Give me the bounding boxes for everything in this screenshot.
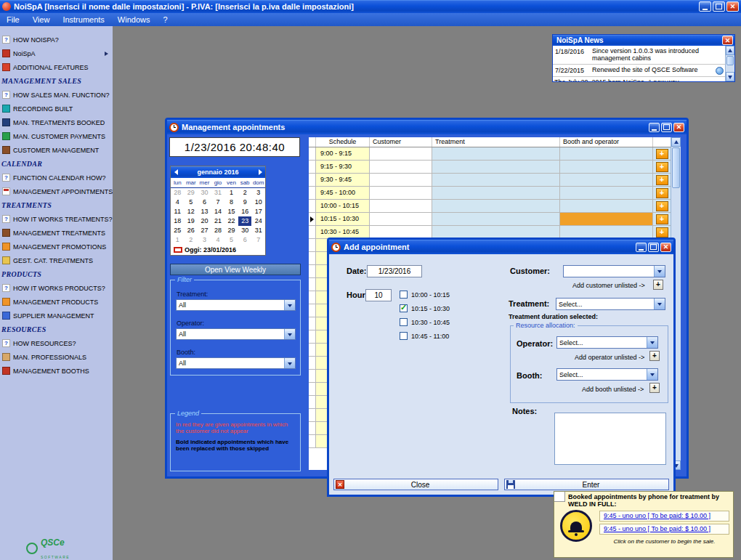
calendar-day[interactable]: 6 xyxy=(198,198,211,207)
calendar-day[interactable]: 7 xyxy=(251,235,265,245)
add-appointment-button[interactable]: + xyxy=(656,188,668,198)
checkbox-icon[interactable] xyxy=(400,291,408,299)
time-slot-option[interactable]: 10:00 - 10:15 xyxy=(400,291,450,299)
chevron-down-icon[interactable] xyxy=(284,329,295,339)
sidebar-item-management-booths[interactable]: MANAGEMENT BOOTHS xyxy=(0,364,113,378)
calendar-day[interactable]: 13 xyxy=(198,207,211,216)
calendar-day[interactable]: 16 xyxy=(238,207,252,216)
news-item[interactable]: 7/22/2015 Renewed the site of QSCE Softw… xyxy=(553,65,725,77)
add-appointment-button[interactable]: + xyxy=(656,162,668,172)
open-weekly-view-button[interactable]: Open View Weekly xyxy=(170,264,301,275)
calendar-day[interactable]: 15 xyxy=(224,207,238,216)
calendar-day[interactable]: 2 xyxy=(185,235,198,245)
sidebar-item-how-noispa[interactable]: HOW NOISPA? xyxy=(0,33,113,46)
date-input[interactable] xyxy=(367,265,422,277)
sidebar-item-function-calendar[interactable]: FUNCTION CALENDAR HOW? xyxy=(0,171,113,184)
calendar-day[interactable]: 8 xyxy=(224,198,238,207)
enter-button[interactable]: Enter xyxy=(504,479,669,490)
maximize-button[interactable] xyxy=(661,123,672,132)
checkbox-icon[interactable] xyxy=(400,332,408,340)
sidebar-item-additional-features[interactable]: ADDITIONAL FEATURES xyxy=(0,60,113,74)
calendar-day[interactable]: 31 xyxy=(211,188,225,198)
news-item[interactable]: 1/18/2016 Since version 1.0.0.3 was intr… xyxy=(553,46,725,65)
sidebar-item-management-products[interactable]: MANAGEMENT PRODUCTS xyxy=(0,295,113,309)
close-button[interactable] xyxy=(673,123,684,132)
menu-file[interactable]: File xyxy=(0,15,26,24)
calendar-day[interactable]: 28 xyxy=(211,226,225,235)
calendar-day[interactable]: 6 xyxy=(238,235,252,245)
calendar-day[interactable]: 5 xyxy=(224,235,238,245)
add-appointment-button[interactable]: + xyxy=(656,227,668,238)
calendar-day[interactable]: 4 xyxy=(171,198,185,207)
maximize-button[interactable] xyxy=(648,243,659,252)
calendar-day[interactable]: 14 xyxy=(211,207,225,216)
scroll-up-icon[interactable] xyxy=(671,137,681,147)
calendar-day[interactable]: 3 xyxy=(251,188,265,198)
sidebar-item-how-products[interactable]: HOW IT WORKS PRODUCTS? xyxy=(0,281,113,295)
calendar-day[interactable]: 28 xyxy=(171,188,185,198)
close-button[interactable] xyxy=(660,243,671,252)
menu-help[interactable]: ? xyxy=(156,15,174,24)
add-appointment-button[interactable]: + xyxy=(656,214,668,224)
chevron-down-icon[interactable] xyxy=(654,266,665,277)
news-item[interactable]: The July 20, 2015 born NoiSpa. A new way… xyxy=(553,77,725,81)
booth-filter-dropdown[interactable]: All xyxy=(176,357,296,369)
scroll-thumb[interactable] xyxy=(726,56,734,65)
next-month-icon[interactable] xyxy=(255,166,265,178)
menu-view[interactable]: View xyxy=(26,15,57,24)
calendar-day[interactable]: 7 xyxy=(211,198,225,207)
operator-filter-dropdown[interactable]: All xyxy=(176,328,296,340)
chevron-down-icon[interactable] xyxy=(647,369,657,380)
customer-dropdown[interactable] xyxy=(563,265,665,277)
news-close-button[interactable] xyxy=(722,36,733,45)
news-scrollbar[interactable] xyxy=(725,46,734,81)
calendar-day[interactable]: 20 xyxy=(198,216,211,226)
chevron-down-icon[interactable] xyxy=(284,358,295,368)
hour-input[interactable] xyxy=(365,289,392,301)
calendar-day[interactable]: 1 xyxy=(171,235,185,245)
calendar-day[interactable]: 29 xyxy=(224,226,238,235)
appointment-link[interactable]: 9:45 - uno uno [ To be paid: $ 10.00 ] xyxy=(599,524,729,535)
sidebar-item-how-treatments[interactable]: HOW IT WORKS TREATMENTS? xyxy=(0,212,113,226)
sidebar-item-management-treatments[interactable]: MANAGEMENT TREATMENTS xyxy=(0,226,113,240)
sidebar-item-management-promotions[interactable]: MANAGEMENT PROMOTIONS xyxy=(0,240,113,253)
checkbox-icon[interactable] xyxy=(400,318,408,326)
menu-windows[interactable]: Windows xyxy=(111,15,157,24)
menu-instruments[interactable]: Instruments xyxy=(56,15,110,24)
maximize-button[interactable] xyxy=(713,1,725,12)
sidebar-item-treatments-booked[interactable]: MAN. TREATMENTS BOOKED xyxy=(0,115,113,129)
calendar-day[interactable]: 22 xyxy=(224,216,238,226)
close-dialog-button[interactable]: Close xyxy=(333,479,498,490)
calendar-day[interactable]: 30 xyxy=(238,226,252,235)
check-icon[interactable] xyxy=(400,304,408,312)
booth-dropdown[interactable]: Select... xyxy=(556,368,658,381)
sidebar-item-management-appointments[interactable]: MANAGEMENT APPOINTMENTS xyxy=(0,184,113,198)
chevron-down-icon[interactable] xyxy=(647,337,657,348)
calendar-day[interactable]: 2 xyxy=(238,188,252,198)
scroll-up-icon[interactable] xyxy=(726,46,734,55)
calendar-day[interactable]: 27 xyxy=(198,226,211,235)
add-appointment-button[interactable]: + xyxy=(656,149,668,159)
calendar-day[interactable]: 12 xyxy=(185,207,198,216)
add-operator-button[interactable]: + xyxy=(649,351,660,361)
scroll-thumb[interactable] xyxy=(672,147,680,188)
scroll-down-icon[interactable] xyxy=(726,72,734,81)
time-slot-option-checked[interactable]: 10:15 - 10:30 xyxy=(400,304,450,312)
appointment-link[interactable]: 9:45 - uno uno [ To be paid: $ 10.00 ] xyxy=(599,511,729,522)
calendar-day[interactable]: 26 xyxy=(185,226,198,235)
add-customer-button[interactable]: + xyxy=(653,280,663,290)
calendar-day[interactable]: 18 xyxy=(171,216,185,226)
chevron-down-icon[interactable] xyxy=(654,299,665,309)
calendar-day[interactable]: 3 xyxy=(198,235,211,245)
calendar-day[interactable]: 30 xyxy=(198,188,211,198)
calendar-day[interactable]: 5 xyxy=(185,198,198,207)
sidebar-item-how-resources[interactable]: HOW RESOURCES? xyxy=(0,336,113,350)
sidebar-item-recording-built[interactable]: RECORDING BUILT xyxy=(0,102,113,115)
notes-textarea[interactable] xyxy=(554,413,666,465)
prev-month-icon[interactable] xyxy=(171,166,181,178)
calendar-day[interactable]: 19 xyxy=(185,216,198,226)
calendar-day[interactable]: 31 xyxy=(251,226,265,235)
minimize-button[interactable] xyxy=(636,243,647,252)
sidebar-item-noispa[interactable]: NoiSpA xyxy=(0,46,113,60)
add-appointment-button[interactable]: + xyxy=(656,201,668,211)
